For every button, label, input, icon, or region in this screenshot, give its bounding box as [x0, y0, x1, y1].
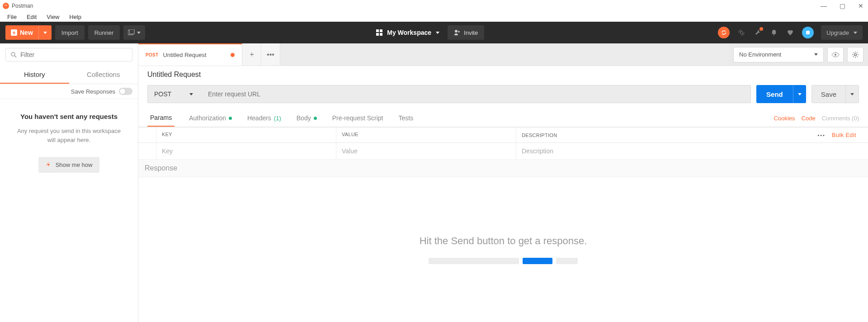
- history-empty-state: You haven't sent any requests Any reques…: [0, 99, 138, 322]
- tab-history[interactable]: History: [0, 66, 69, 84]
- params-table: KEY VALUE DESCRIPTION ••• Bulk Edit Key …: [138, 127, 868, 160]
- window-stack-icon: [128, 29, 135, 36]
- svg-rect-2: [129, 29, 134, 34]
- bootcamp-button[interactable]: [753, 28, 762, 37]
- svg-rect-5: [806, 31, 810, 34]
- tab-body[interactable]: Body: [296, 109, 318, 127]
- app-title: Postman: [12, 3, 33, 9]
- col-key: KEY: [156, 128, 336, 142]
- response-empty-state: Hit the Send button to get a response.: [138, 177, 868, 322]
- request-tab[interactable]: POST Untitled Request: [138, 43, 242, 66]
- window-minimize-icon[interactable]: —: [821, 2, 827, 9]
- param-desc-input[interactable]: Description: [516, 143, 868, 159]
- capture-button[interactable]: [737, 28, 746, 37]
- menubar: File Edit View Help: [0, 12, 868, 22]
- tab-collections[interactable]: Collections: [69, 66, 138, 84]
- workspace-label: My Workspace: [387, 29, 431, 36]
- save-responses-toggle[interactable]: [119, 88, 132, 95]
- tab-params[interactable]: Params: [147, 109, 175, 127]
- param-key-input[interactable]: Key: [156, 143, 336, 159]
- sidebar: History Collections Save Responses You h…: [0, 43, 138, 322]
- tab-options-button[interactable]: •••: [261, 43, 280, 66]
- environment-settings-button[interactable]: [847, 47, 863, 62]
- environment-selector[interactable]: No Environment: [733, 47, 824, 62]
- response-hint: Hit the Send button to get a response.: [420, 235, 587, 247]
- svg-line-7: [14, 56, 16, 57]
- gear-icon: [852, 51, 859, 58]
- request-title[interactable]: Untitled Request: [138, 66, 868, 81]
- status-dot-icon: [229, 117, 232, 120]
- workspace-selector[interactable]: My Workspace: [372, 27, 444, 38]
- grid-icon: [376, 29, 382, 36]
- save-button-caret[interactable]: [845, 85, 859, 103]
- svg-point-6: [11, 52, 15, 56]
- tab-tests[interactable]: Tests: [398, 109, 415, 127]
- sync-icon: [721, 29, 727, 36]
- cookies-link[interactable]: Cookies: [774, 115, 795, 122]
- new-tab-button[interactable]: ＋: [242, 43, 261, 66]
- col-desc: DESCRIPTION ••• Bulk Edit: [516, 128, 868, 142]
- window-titlebar: Postman — ▢ ✕: [0, 0, 868, 12]
- svg-point-11: [854, 53, 857, 56]
- environment-quicklook-button[interactable]: [827, 47, 844, 62]
- runner-button[interactable]: Runner: [88, 25, 120, 40]
- param-value-input[interactable]: Value: [336, 143, 516, 159]
- svg-point-10: [835, 54, 836, 56]
- menu-edit[interactable]: Edit: [22, 13, 41, 21]
- import-button[interactable]: Import: [55, 25, 85, 40]
- favorite-button[interactable]: [786, 28, 795, 37]
- window-maximize-icon[interactable]: ▢: [840, 2, 845, 9]
- invite-button[interactable]: Invite: [448, 25, 484, 40]
- bulk-edit-link[interactable]: Bulk Edit: [832, 132, 856, 138]
- send-button[interactable]: Send: [756, 85, 806, 103]
- table-corner: [138, 128, 156, 142]
- window-close-icon[interactable]: ✕: [858, 2, 863, 9]
- tab-prerequest[interactable]: Pre-request Script: [331, 109, 384, 127]
- code-link[interactable]: Code: [802, 115, 816, 122]
- chevron-down-icon: [814, 53, 818, 56]
- chevron-down-icon: [436, 32, 439, 34]
- cursor-click-icon: [46, 162, 52, 168]
- tab-authorization[interactable]: Authorization: [188, 109, 233, 127]
- request-tabs: POST Untitled Request ＋ •••: [138, 43, 729, 66]
- new-button-caret[interactable]: [38, 25, 52, 40]
- svg-point-4: [740, 31, 743, 34]
- col-value: VALUE: [336, 128, 516, 142]
- notifications-button[interactable]: [769, 28, 778, 37]
- upgrade-button[interactable]: Upgrade: [821, 25, 863, 40]
- request-builder: POST Untitled Request ＋ ••• No Environme…: [138, 43, 868, 322]
- filter-input-wrapper[interactable]: [5, 48, 132, 62]
- menu-file[interactable]: File: [3, 13, 21, 21]
- tab-headers[interactable]: Headers (1): [246, 109, 282, 127]
- menu-view[interactable]: View: [42, 13, 64, 21]
- response-section-title: Response: [138, 160, 868, 177]
- eye-icon: [831, 52, 840, 57]
- save-button[interactable]: Save: [811, 85, 859, 103]
- new-window-button[interactable]: [123, 25, 145, 40]
- tab-title: Untitled Request: [163, 52, 206, 58]
- unsaved-indicator-icon: [231, 53, 235, 57]
- notification-dot-icon: [760, 27, 763, 31]
- table-options-button[interactable]: •••: [817, 133, 826, 138]
- table-row[interactable]: Key Value Description: [138, 143, 868, 160]
- user-avatar[interactable]: [802, 27, 814, 38]
- show-me-how-button[interactable]: Show me how: [38, 157, 100, 173]
- main-toolbar: ＋ New Import Runner My Workspace Invite: [0, 22, 868, 43]
- send-button-caret[interactable]: [793, 85, 806, 103]
- satellite-icon: [737, 28, 745, 37]
- status-dot-icon: [314, 117, 317, 120]
- empty-text: Any request you send in this workspace w…: [9, 127, 129, 144]
- chevron-down-icon: [189, 93, 193, 95]
- svg-point-3: [455, 30, 458, 33]
- sync-button[interactable]: [718, 27, 730, 38]
- new-button[interactable]: ＋ New: [5, 25, 52, 40]
- save-responses-label: Save Responses: [71, 88, 115, 95]
- person-add-icon: [454, 29, 460, 36]
- new-button-label: New: [20, 29, 33, 36]
- comments-link[interactable]: Comments (0): [822, 115, 859, 122]
- http-method-selector[interactable]: POST: [147, 85, 202, 103]
- menu-help[interactable]: Help: [65, 13, 86, 21]
- filter-input[interactable]: [20, 51, 127, 58]
- request-url-input[interactable]: [202, 85, 751, 103]
- heart-icon: [787, 29, 794, 36]
